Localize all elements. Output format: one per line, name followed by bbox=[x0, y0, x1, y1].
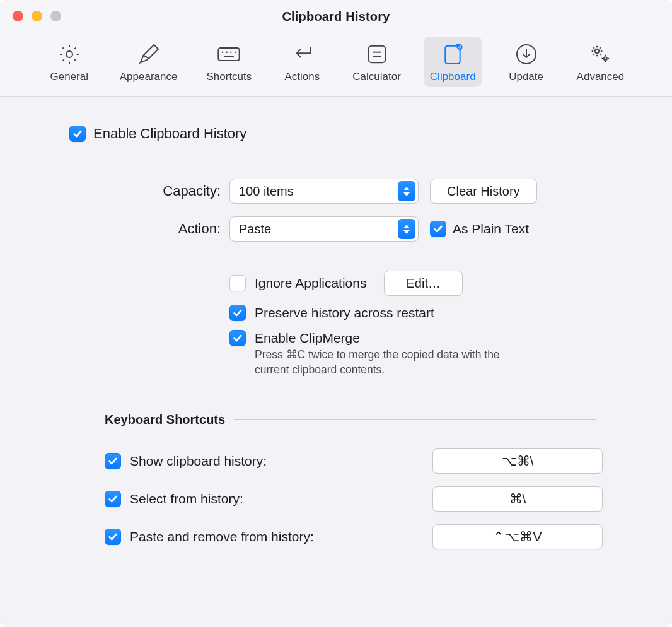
keyboard-shortcuts-header: Keyboard Shortcuts bbox=[105, 413, 603, 427]
tab-label: Actions bbox=[284, 71, 320, 83]
enable-clipboard-checkbox[interactable] bbox=[69, 126, 86, 142]
gear-icon bbox=[55, 42, 83, 67]
shortcut-checkbox[interactable] bbox=[105, 453, 121, 469]
shortcut-field[interactable]: ⌥⌘\ bbox=[432, 448, 603, 474]
shortcut-label: Paste and remove from history: bbox=[130, 529, 424, 544]
window-controls bbox=[13, 11, 61, 21]
shortcut-checkbox[interactable] bbox=[105, 529, 121, 545]
shortcut-value: ⌘\ bbox=[509, 491, 526, 507]
clipboard-icon bbox=[439, 42, 466, 67]
tab-update[interactable]: Update bbox=[499, 37, 554, 87]
svg-rect-1 bbox=[219, 48, 240, 61]
return-icon bbox=[288, 42, 316, 67]
svg-point-12 bbox=[595, 49, 600, 54]
content-area: Enable Clipboard History Capacity: 100 i… bbox=[0, 97, 672, 627]
tab-label: General bbox=[50, 71, 88, 83]
enable-clipboard-row: Enable Clipboard History bbox=[69, 126, 603, 142]
plain-text-row: As Plain Text bbox=[430, 221, 529, 237]
enable-clipboard-label: Enable Clipboard History bbox=[93, 126, 246, 142]
edit-apps-button[interactable]: Edit… bbox=[384, 271, 462, 296]
chevron-up-down-icon bbox=[398, 181, 415, 201]
tab-label: Update bbox=[509, 71, 543, 83]
action-select[interactable]: Paste bbox=[229, 216, 419, 242]
ignore-apps-row: Ignore Applications Edit… bbox=[229, 271, 603, 296]
tab-label: Appearance bbox=[120, 71, 178, 83]
capacity-label: Capacity: bbox=[95, 183, 221, 199]
window-title: Clipboard History bbox=[282, 9, 390, 24]
keyboard-icon bbox=[215, 42, 243, 67]
tab-shortcuts[interactable]: Shortcuts bbox=[200, 37, 258, 87]
tab-label: Calculator bbox=[352, 71, 401, 83]
keyboard-shortcuts-list: Show clipboard history: ⌥⌘\ Select from … bbox=[105, 448, 603, 549]
equals-icon bbox=[363, 42, 391, 67]
shortcut-field[interactable]: ⌘\ bbox=[432, 486, 603, 512]
capacity-controls: 100 items Clear History bbox=[229, 179, 603, 204]
zoom-button[interactable] bbox=[50, 11, 61, 21]
shortcut-field[interactable]: ⌃⌥⌘V bbox=[432, 524, 603, 549]
tab-appearance[interactable]: Appearance bbox=[113, 37, 184, 87]
divider bbox=[234, 419, 596, 420]
tab-label: Shortcuts bbox=[206, 71, 252, 83]
svg-rect-7 bbox=[368, 46, 385, 63]
titlebar: Clipboard History bbox=[0, 0, 672, 33]
ignore-apps-label: Ignore Applications bbox=[255, 276, 366, 291]
shortcut-select-history: Select from history: ⌘\ bbox=[105, 486, 603, 512]
preferences-window: Clipboard History General Appearance Sho… bbox=[0, 0, 672, 627]
clipmerge-description: Press ⌘C twice to merge the copied data … bbox=[255, 348, 519, 377]
download-icon bbox=[513, 42, 540, 67]
svg-point-13 bbox=[604, 57, 607, 60]
clipmerge-checkbox[interactable] bbox=[229, 330, 246, 346]
minimize-button[interactable] bbox=[32, 11, 42, 21]
tab-calculator[interactable]: Calculator bbox=[346, 37, 407, 87]
preserve-label: Preserve history across restart bbox=[255, 305, 434, 320]
keyboard-shortcuts-title: Keyboard Shortcuts bbox=[105, 413, 225, 427]
chevron-up-down-icon bbox=[398, 219, 415, 239]
shortcut-value: ⌥⌘\ bbox=[502, 454, 534, 469]
capacity-value: 100 items bbox=[239, 184, 398, 199]
tab-advanced[interactable]: Advanced bbox=[571, 37, 631, 87]
toolbar: General Appearance Shortcuts Actions Cal bbox=[0, 33, 672, 97]
shortcut-checkbox[interactable] bbox=[105, 491, 121, 507]
tab-label: Clipboard bbox=[430, 71, 476, 83]
tab-actions[interactable]: Actions bbox=[274, 37, 330, 87]
preserve-row: Preserve history across restart bbox=[229, 305, 603, 321]
action-controls: Paste As Plain Text bbox=[229, 216, 603, 242]
action-value: Paste bbox=[239, 222, 398, 237]
shortcut-paste-remove: Paste and remove from history: ⌃⌥⌘V bbox=[105, 524, 603, 549]
tab-clipboard[interactable]: Clipboard bbox=[424, 37, 482, 87]
shortcut-label: Show clipboard history: bbox=[130, 454, 424, 469]
shortcut-label: Select from history: bbox=[130, 491, 424, 507]
shortcut-show-history: Show clipboard history: ⌥⌘\ bbox=[105, 448, 603, 474]
tab-general[interactable]: General bbox=[42, 37, 97, 87]
ignore-apps-checkbox[interactable] bbox=[229, 275, 246, 291]
svg-point-0 bbox=[66, 51, 72, 57]
preserve-checkbox[interactable] bbox=[229, 305, 246, 321]
close-button[interactable] bbox=[13, 11, 23, 21]
clipmerge-block: Enable ClipMerge Press ⌘C twice to merge… bbox=[229, 330, 603, 377]
paintbrush-icon bbox=[135, 42, 163, 67]
tab-label: Advanced bbox=[577, 71, 625, 83]
shortcut-value: ⌃⌥⌘V bbox=[493, 529, 542, 544]
additional-options: Ignore Applications Edit… Preserve histo… bbox=[229, 271, 603, 377]
settings-form: Capacity: 100 items Clear History Action… bbox=[69, 179, 603, 242]
clipmerge-label: Enable ClipMerge bbox=[255, 331, 360, 346]
clipmerge-row: Enable ClipMerge bbox=[229, 330, 603, 346]
plain-text-checkbox[interactable] bbox=[430, 221, 446, 237]
clear-history-button[interactable]: Clear History bbox=[430, 179, 537, 204]
gears-icon bbox=[586, 42, 614, 67]
capacity-select[interactable]: 100 items bbox=[229, 179, 419, 204]
action-label: Action: bbox=[95, 221, 221, 237]
plain-text-label: As Plain Text bbox=[453, 221, 529, 237]
